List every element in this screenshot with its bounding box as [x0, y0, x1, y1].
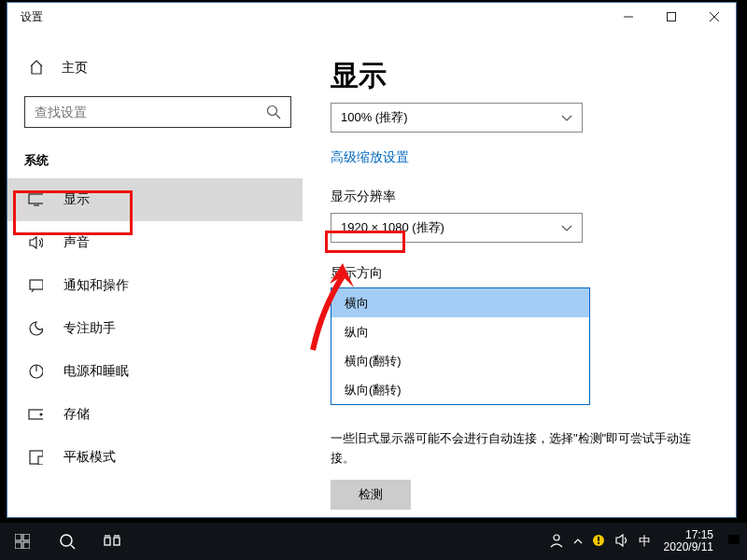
orientation-dropdown-open[interactable]: 横向 纵向 横向(翻转) 纵向(翻转) [331, 287, 590, 405]
minimize-button[interactable] [607, 3, 650, 31]
chevron-down-icon [561, 111, 572, 125]
nav-item-storage[interactable]: 存储 [7, 393, 303, 436]
tablet-icon [28, 450, 43, 465]
svg-point-12 [40, 413, 42, 415]
nav-list: 显示 声音 通知和操作 专注助手 电源和睡眠 [7, 178, 303, 479]
svg-rect-16 [15, 534, 21, 540]
taskbar-right: 中 17:15 2020/9/11 [549, 529, 747, 553]
nav-item-notifications[interactable]: 通知和操作 [7, 264, 303, 307]
svg-point-26 [554, 535, 559, 540]
display-icon [28, 193, 43, 206]
system-tray: 中 [549, 533, 651, 550]
svg-rect-14 [38, 456, 43, 465]
window-body: 主页 系统 显示 声音 [7, 31, 736, 517]
nav-label: 存储 [63, 406, 90, 423]
people-icon[interactable] [549, 533, 564, 550]
ime-indicator[interactable]: 中 [639, 533, 651, 550]
nav-label: 显示 [63, 191, 90, 208]
taskbar-date: 2020/9/11 [664, 541, 713, 553]
content-pane: 显示 100% (推荐) 高级缩放设置 显示分辨率 1920 × 1080 (推… [303, 31, 736, 517]
notifications-icon [28, 278, 43, 293]
search-button[interactable] [45, 523, 90, 560]
scale-select[interactable]: 100% (推荐) [331, 103, 583, 133]
svg-point-4 [268, 106, 277, 116]
window-controls [607, 3, 736, 31]
search-box[interactable] [24, 96, 291, 128]
nav-item-power[interactable]: 电源和睡眠 [7, 350, 303, 393]
orientation-label: 显示方向 [331, 265, 698, 282]
svg-rect-17 [23, 534, 30, 540]
sound-icon [28, 235, 43, 250]
svg-rect-19 [23, 542, 30, 549]
svg-rect-30 [728, 535, 740, 544]
window-title: 设置 [7, 9, 43, 25]
orientation-option[interactable]: 纵向 [331, 317, 589, 346]
taskbar: 中 17:15 2020/9/11 [0, 523, 747, 560]
nav-label: 通知和操作 [63, 277, 129, 294]
resolution-label: 显示分辨率 [331, 189, 698, 205]
close-button[interactable] [693, 3, 736, 31]
orientation-option[interactable]: 纵向(翻转) [331, 375, 589, 404]
maximize-button[interactable] [650, 3, 693, 31]
svg-point-20 [61, 535, 72, 546]
svg-rect-1 [668, 13, 676, 21]
home-label: 主页 [62, 60, 88, 77]
nav-label: 专注助手 [63, 320, 116, 337]
nav-label: 声音 [63, 234, 90, 251]
svg-rect-28 [598, 537, 599, 541]
advanced-scale-link[interactable]: 高级缩放设置 [331, 149, 698, 166]
nav-item-tablet[interactable]: 平板模式 [7, 436, 303, 479]
power-icon [28, 363, 43, 380]
action-center-icon[interactable] [726, 533, 741, 550]
tray-chevron-up-icon[interactable] [573, 536, 583, 547]
nav-item-sound[interactable]: 声音 [7, 221, 303, 264]
svg-rect-29 [598, 542, 599, 544]
taskbar-left [0, 523, 134, 560]
category-heading: 系统 [7, 128, 303, 178]
task-view-button[interactable] [90, 523, 134, 560]
search-wrap [24, 96, 291, 128]
focus-icon [28, 320, 43, 337]
scale-value: 100% (推荐) [341, 109, 408, 126]
svg-rect-8 [30, 280, 43, 289]
taskbar-clock[interactable]: 17:15 2020/9/11 [658, 529, 719, 553]
nav-item-focus[interactable]: 专注助手 [7, 307, 303, 350]
detect-help-text: 一些旧式显示器可能不会进行自动连接，选择"检测"即可尝试手动连接。 [331, 429, 698, 469]
home-icon [28, 59, 45, 78]
svg-rect-18 [15, 542, 21, 549]
volume-icon[interactable] [614, 534, 629, 549]
orientation-option[interactable]: 横向(翻转) [331, 346, 589, 375]
nav-label: 电源和睡眠 [63, 363, 129, 380]
svg-rect-22 [105, 538, 110, 545]
resolution-value: 1920 × 1080 (推荐) [341, 219, 444, 236]
svg-line-21 [71, 545, 75, 549]
orientation-option[interactable]: 横向 [331, 288, 589, 317]
chevron-down-icon [561, 221, 572, 235]
settings-window: 设置 主页 [7, 2, 737, 518]
page-heading: 显示 [331, 31, 698, 95]
nav-item-display[interactable]: 显示 [7, 178, 303, 221]
nav-label: 平板模式 [63, 449, 116, 466]
svg-rect-23 [114, 538, 120, 545]
search-input[interactable] [25, 104, 257, 120]
sidebar: 主页 系统 显示 声音 [7, 31, 303, 517]
home-link[interactable]: 主页 [7, 31, 303, 79]
svg-rect-6 [29, 194, 43, 203]
detect-button[interactable]: 检测 [331, 480, 411, 510]
storage-icon [28, 409, 43, 420]
svg-line-5 [276, 115, 281, 119]
security-icon[interactable] [592, 534, 605, 549]
search-icon [257, 105, 290, 119]
resolution-select[interactable]: 1920 × 1080 (推荐) [331, 213, 583, 243]
titlebar: 设置 [7, 3, 736, 31]
start-button[interactable] [0, 523, 45, 560]
